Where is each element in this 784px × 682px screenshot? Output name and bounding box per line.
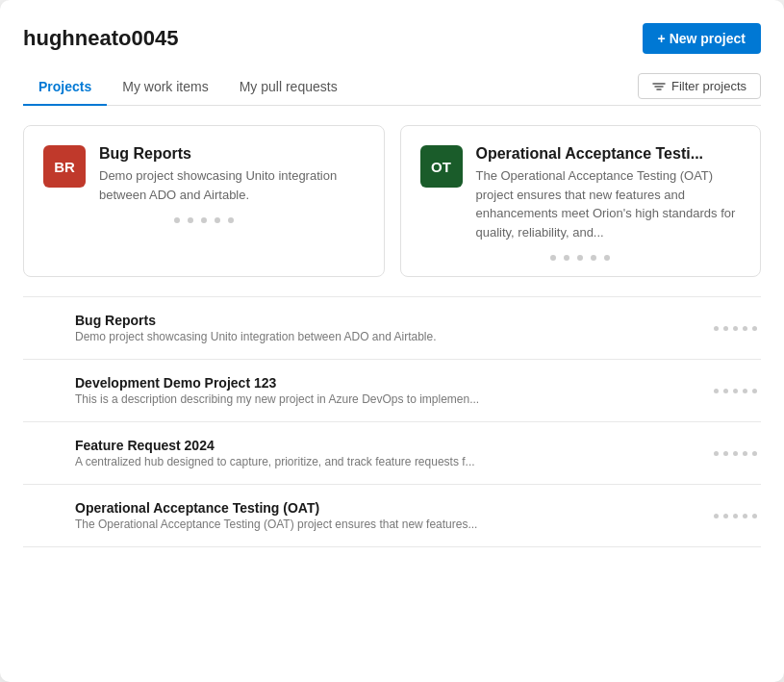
featured-cards-row: BR Bug Reports Demo project showcasing U…	[23, 125, 761, 277]
tab-group: Projects My work items My pull requests	[23, 71, 353, 105]
filter-button[interactable]: Filter projects	[638, 73, 761, 99]
filter-icon	[652, 80, 666, 93]
tab-pull-requests[interactable]: My pull requests	[224, 71, 353, 106]
avatar: OT	[420, 145, 463, 188]
tab-projects[interactable]: Projects	[23, 71, 107, 106]
dot	[201, 217, 207, 223]
dot	[743, 389, 747, 393]
avatar: FR	[27, 436, 62, 470]
list-item-description: A centralized hub designed to capture, p…	[75, 455, 702, 468]
main-window: hughneato0045 + New project Projects My …	[0, 0, 784, 682]
dot	[743, 326, 747, 331]
dot	[752, 326, 757, 331]
dot	[733, 514, 738, 518]
new-project-button[interactable]: + New project	[643, 23, 761, 54]
card-description: The Operational Acceptance Testing (OAT)…	[476, 166, 742, 241]
list-item-dots	[714, 514, 757, 518]
card-dots	[43, 217, 365, 223]
list-item[interactable]: BR Bug Reports Demo project showcasing U…	[23, 297, 761, 360]
dot	[591, 255, 596, 261]
list-item-description: Demo project showcasing Unito integratio…	[75, 330, 702, 343]
dot	[714, 326, 719, 331]
dot	[733, 451, 738, 456]
dot	[215, 217, 220, 223]
dot	[733, 326, 738, 331]
avatar: OT	[27, 498, 62, 533]
dot	[752, 389, 757, 393]
list-item-title: Bug Reports	[75, 313, 702, 328]
tabs-row: Projects My work items My pull requests …	[23, 71, 761, 106]
avatar: BR	[43, 145, 86, 188]
list-info: Development Demo Project 123 This is a d…	[75, 375, 702, 406]
card-info: Operational Acceptance Testi... The Oper…	[476, 145, 742, 241]
dot	[577, 255, 583, 261]
dot	[743, 514, 747, 518]
list-item-title: Development Demo Project 123	[75, 375, 702, 391]
dot	[752, 514, 757, 518]
projects-list: BR Bug Reports Demo project showcasing U…	[23, 296, 761, 547]
dot	[743, 451, 747, 456]
card-description: Demo project showcasing Unito integratio…	[99, 166, 365, 204]
page-title: hughneato0045	[23, 26, 178, 51]
dot	[714, 451, 719, 456]
dot	[550, 255, 556, 261]
dot	[228, 217, 234, 223]
dot	[752, 451, 757, 456]
card-dots	[420, 255, 742, 261]
card-title: Bug Reports	[99, 145, 365, 163]
avatar: DP	[27, 373, 62, 408]
list-item-description: The Operational Acceptance Testing (OAT)…	[75, 518, 702, 531]
tab-work-items[interactable]: My work items	[107, 71, 223, 106]
featured-card-oat[interactable]: OT Operational Acceptance Testi... The O…	[400, 125, 762, 277]
card-top: BR Bug Reports Demo project showcasing U…	[43, 145, 365, 204]
list-info: Feature Request 2024 A centralized hub d…	[75, 438, 702, 468]
dot	[733, 389, 738, 393]
dot	[188, 217, 193, 223]
dot	[723, 326, 728, 331]
list-item-dots	[714, 326, 757, 331]
avatar: BR	[27, 311, 62, 345]
dot	[714, 514, 719, 518]
filter-label: Filter projects	[671, 79, 746, 93]
featured-card-bug-reports[interactable]: BR Bug Reports Demo project showcasing U…	[23, 125, 385, 277]
dot	[604, 255, 610, 261]
list-info: Bug Reports Demo project showcasing Unit…	[75, 313, 702, 343]
list-item-dots	[714, 389, 757, 393]
dot	[564, 255, 569, 261]
new-project-label: + New project	[658, 31, 746, 46]
list-item-title: Feature Request 2024	[75, 438, 702, 453]
page-header: hughneato0045 + New project	[23, 23, 761, 54]
dot	[714, 389, 719, 393]
list-item-dots	[714, 451, 757, 456]
dot	[723, 514, 728, 518]
dot	[723, 451, 728, 456]
list-item[interactable]: DP Development Demo Project 123 This is …	[23, 360, 761, 422]
list-item-title: Operational Acceptance Testing (OAT)	[75, 500, 702, 516]
card-title: Operational Acceptance Testi...	[476, 145, 742, 163]
list-info: Operational Acceptance Testing (OAT) The…	[75, 500, 702, 531]
list-item[interactable]: OT Operational Acceptance Testing (OAT) …	[23, 485, 761, 547]
card-top: OT Operational Acceptance Testi... The O…	[420, 145, 742, 241]
dot	[174, 217, 180, 223]
dot	[723, 389, 728, 393]
card-info: Bug Reports Demo project showcasing Unit…	[99, 145, 365, 204]
list-item[interactable]: FR Feature Request 2024 A centralized hu…	[23, 422, 761, 485]
list-item-description: This is a description describing my new …	[75, 392, 702, 406]
